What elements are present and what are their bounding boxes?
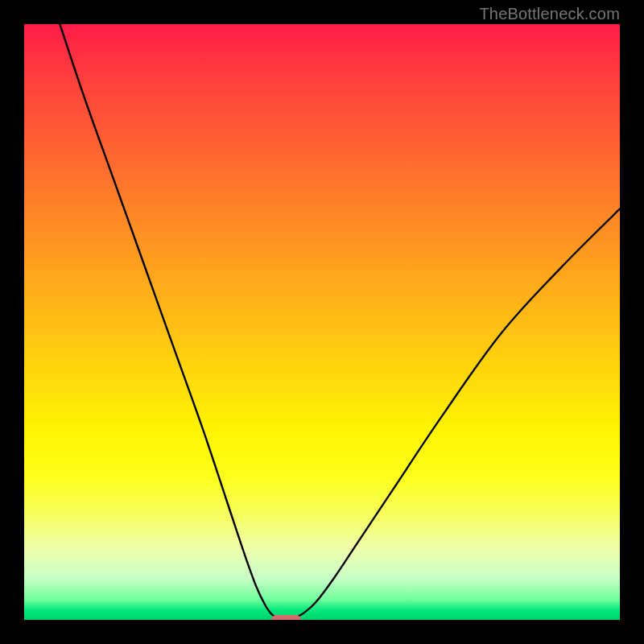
curve-layer (24, 24, 620, 620)
bottleneck-marker (271, 615, 301, 620)
watermark-text: TheBottleneck.com (479, 5, 620, 23)
chart-frame: TheBottleneck.com (0, 0, 644, 644)
right-curve (298, 208, 620, 616)
left-curve (60, 24, 274, 617)
plot-area (24, 24, 620, 620)
